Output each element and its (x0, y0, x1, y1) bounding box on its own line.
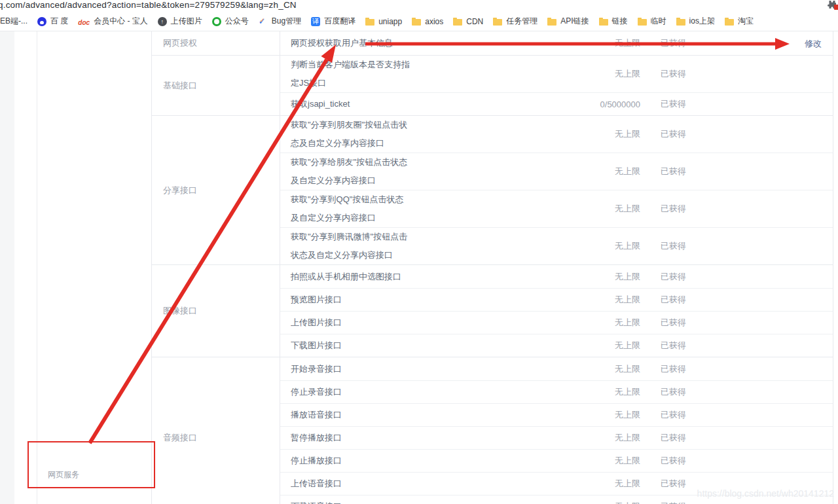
table-row: 获取"分享到朋友圈"按钮点击状 态及自定义分享内容接口无上限已获得 (280, 116, 833, 153)
quota-value: 无上限 (470, 240, 640, 252)
bookmark-item[interactable]: uniapp (365, 17, 402, 26)
quota-value: 无上限 (470, 386, 640, 398)
bookmark-label: 百度翻译 (324, 16, 355, 27)
interface-name: 获取jsapi_ticket (280, 95, 470, 113)
table-row: 拍照或从手机相册中选图接口无上限已获得 (280, 265, 833, 288)
bookmark-item[interactable]: 临时 (638, 16, 666, 27)
table-row: 播放语音接口无上限已获得 (280, 403, 833, 426)
sidebar-item-webpage-service[interactable]: 网页服务 (48, 469, 79, 480)
bookmark-item[interactable]: CDN (453, 17, 483, 26)
quota-value: 无上限 (470, 271, 640, 283)
folder-icon (599, 18, 608, 26)
mp-icon (212, 17, 221, 26)
interface-name: 开始录音接口 (280, 360, 470, 378)
status-value: 已获得 (640, 271, 758, 283)
bookmark-item[interactable]: API链接 (547, 16, 589, 27)
interface-name: 下载语音接口 (280, 497, 470, 504)
bookmark-label: EB端-... (0, 16, 27, 27)
status-value: 已获得 (640, 455, 758, 467)
table-row: 停止播放接口无上限已获得 (280, 449, 833, 472)
bookmark-label: 会员中心 - 宝人 (94, 16, 148, 27)
quota-value: 0/5000000 (470, 99, 640, 109)
folder-icon (547, 18, 556, 26)
status-value: 已获得 (640, 340, 758, 351)
interface-name: 播放语音接口 (280, 406, 470, 424)
interface-name: 下载图片接口 (280, 336, 470, 355)
folder-icon (412, 18, 421, 26)
bookmark-item[interactable]: ios上架 (676, 16, 715, 27)
folder-icon (453, 18, 462, 26)
bookmark-item[interactable]: Bug管理 (259, 16, 301, 27)
quota-value: 无上限 (470, 68, 640, 80)
table-row: 判断当前客户端版本是否支持指 定JS接口无上限已获得 (280, 56, 833, 92)
table-row: 获取"分享到腾讯微博"按钮点击 状态及自定义分享内容接口无上限已获得 (280, 227, 833, 264)
bookmark-label: 任务管理 (506, 16, 537, 27)
status-value: 已获得 (640, 501, 758, 504)
quota-value: 无上限 (470, 128, 640, 140)
category-cell: 图像接口 (152, 265, 280, 357)
bookmark-item[interactable]: EB端-... (0, 16, 27, 27)
interface-name: 拍照或从手机相册中选图接口 (280, 268, 470, 286)
url-bar[interactable]: q.com/advanced/advanced?action=table&tok… (0, 0, 838, 12)
bookmark-item[interactable]: 百 度 (37, 16, 68, 27)
folder-icon (725, 18, 734, 26)
interface-name: 停止录音接口 (280, 383, 470, 401)
interface-name: 判断当前客户端版本是否支持指 定JS接口 (280, 56, 470, 92)
folder-icon (676, 18, 685, 26)
status-value: 已获得 (640, 98, 758, 110)
globe-icon (158, 17, 167, 26)
quota-value: 无上限 (470, 478, 640, 490)
table-group: 音频接口开始录音接口无上限已获得停止录音接口无上限已获得播放语音接口无上限已获得… (152, 357, 833, 504)
category-cell: 分享接口 (152, 116, 280, 264)
bookmark-item[interactable]: 任务管理 (493, 16, 537, 27)
quota-value: 无上限 (470, 432, 640, 444)
table-row: 获取"分享到QQ"按钮点击状态 及自定义分享内容接口无上限已获得 (280, 190, 833, 227)
status-value: 已获得 (640, 68, 758, 80)
status-value: 已获得 (640, 363, 758, 375)
status-value: 已获得 (640, 386, 758, 398)
url-text[interactable]: q.com/advanced/advanced?action=table&tok… (0, 0, 297, 10)
quota-value: 无上限 (470, 203, 640, 215)
table-group: 图像接口拍照或从手机相册中选图接口无上限已获得预览图片接口无上限已获得上传图片接… (152, 265, 833, 357)
table-row: 停止录音接口无上限已获得 (280, 380, 833, 403)
interface-name: 获取"分享到朋友圈"按钮点击状 态及自定义分享内容接口 (280, 116, 470, 153)
status-value: 已获得 (640, 409, 758, 421)
baidu-icon (37, 17, 46, 26)
bookmark-item[interactable]: 上传图片 (158, 16, 202, 27)
quota-value: 无上限 (470, 37, 640, 49)
bookmark-label: axios (425, 17, 443, 26)
bookmark-label: 临时 (651, 16, 666, 27)
interface-name: 停止播放接口 (280, 452, 470, 470)
status-value: 已获得 (640, 128, 758, 140)
category-cell: 音频接口 (152, 357, 280, 504)
status-value: 已获得 (640, 166, 758, 177)
bookmarks-bar: EB端-...百 度会员中心 - 宝人上传图片公众号Bug管理百度翻译uniap… (0, 12, 838, 31)
folder-icon (493, 18, 502, 26)
annotation-box: 网页服务 (27, 441, 155, 488)
table-group: 基础接口判断当前客户端版本是否支持指 定JS接口无上限已获得获取jsapi_ti… (152, 56, 833, 116)
status-value: 已获得 (640, 203, 758, 215)
interface-name: 暂停播放接口 (280, 429, 470, 447)
table-row: 开始录音接口无上限已获得 (280, 357, 833, 380)
translate-icon (311, 17, 320, 26)
extensions-icon[interactable] (827, 0, 838, 10)
folder-icon (365, 18, 374, 26)
interface-name: 获取"分享到腾讯微博"按钮点击 状态及自定义分享内容接口 (280, 228, 470, 264)
bookmark-item[interactable]: 链接 (599, 16, 628, 27)
bookmark-item[interactable]: 淘宝 (725, 16, 754, 27)
modify-link[interactable]: 修改 (805, 39, 822, 48)
bookmark-item[interactable]: 公众号 (212, 16, 249, 27)
interface-name: 上传图片接口 (280, 314, 470, 332)
bookmark-item[interactable]: axios (412, 17, 443, 26)
interface-name: 预览图片接口 (280, 291, 470, 309)
interface-name: 获取"分享给朋友"按钮点击状态 及自定义分享内容接口 (280, 153, 470, 190)
bookmark-label: API链接 (560, 16, 589, 27)
table-row: 预览图片接口无上限已获得 (280, 288, 833, 311)
category-cell: 基础接口 (152, 56, 280, 115)
bookmark-item[interactable]: 会员中心 - 宝人 (78, 16, 147, 27)
api-table: 网页授权网页授权获取用户基本信息无上限已获得修改基础接口判断当前客户端版本是否支… (151, 31, 833, 504)
bookmark-label: 上传图片 (171, 16, 202, 27)
bookmark-item[interactable]: 百度翻译 (311, 16, 355, 27)
status-value: 已获得 (640, 317, 758, 329)
table-row: 网页授权获取用户基本信息无上限已获得修改 (280, 31, 833, 55)
